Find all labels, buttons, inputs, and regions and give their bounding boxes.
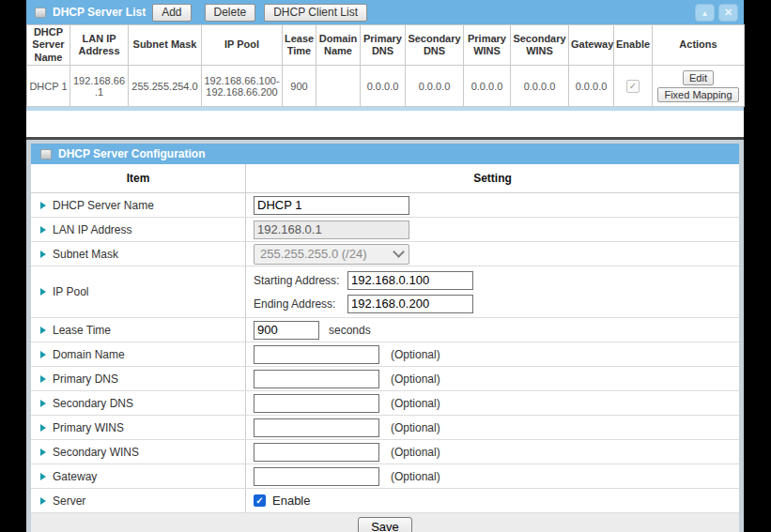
secondary-wins-input[interactable]	[254, 443, 379, 462]
cell-actions: Edit Fixed Mapping	[653, 66, 745, 107]
dhcp-server-name-input[interactable]	[254, 196, 409, 215]
cell-primary-dns: 0.0.0.0	[361, 66, 406, 107]
row-domain-name: Domain Name (Optional)	[31, 342, 739, 367]
col-enable: Enable	[614, 25, 653, 66]
col-primary-wins: Primary WINS	[464, 25, 511, 66]
primary-dns-label: Primary DNS	[53, 372, 118, 386]
gateway-input[interactable]	[254, 467, 379, 486]
dhcp-server-table: DHCP Server Name LAN IP Address Subnet M…	[26, 24, 745, 107]
starting-address-input[interactable]	[347, 271, 473, 290]
dhcp-server-list-panel: DHCP Server List Add Delete DHCP Client …	[26, 0, 744, 111]
bullet-arrow-icon	[40, 400, 46, 407]
cell-server-name: DHCP 1	[27, 66, 70, 107]
table-header-row: DHCP Server Name LAN IP Address Subnet M…	[27, 25, 745, 66]
bullet-arrow-icon	[40, 448, 46, 456]
bullet-arrow-icon	[40, 351, 46, 358]
bullet-arrow-icon	[40, 327, 46, 334]
bullet-arrow-icon	[40, 288, 46, 296]
row-secondary-wins: Secondary WINS (Optional)	[31, 440, 739, 464]
enable-checkbox-disabled: ✓	[626, 80, 640, 93]
row-ip-pool: IP Pool Starting Address: Ending Address…	[31, 266, 739, 318]
primary-dns-input[interactable]	[254, 370, 379, 388]
collapse-icon[interactable]: ▴	[695, 4, 715, 22]
cell-lan-ip: 192.168.66.1	[70, 66, 129, 107]
cell-subnet-mask: 255.255.254.0	[129, 66, 202, 107]
optional-note: (Optional)	[391, 348, 440, 361]
panel-gap	[26, 111, 744, 137]
page-content: DHCP Server List Add Delete DHCP Client …	[26, 0, 744, 532]
bullet-arrow-icon	[40, 473, 46, 480]
chevron-down-icon	[393, 246, 405, 258]
server-label: Server	[53, 494, 85, 508]
col-secondary-wins: Secondary WINS	[511, 25, 569, 66]
panel-icon	[35, 8, 46, 18]
panel-icon	[40, 149, 52, 160]
config-header-row: Item Setting	[31, 164, 739, 193]
col-gateway: Gateway	[569, 25, 614, 66]
bullet-arrow-icon	[40, 202, 46, 209]
close-icon[interactable]: ✕	[718, 4, 738, 22]
dhcp-client-list-button[interactable]: DHCP Client List	[264, 4, 367, 22]
lease-time-label: Lease Time	[53, 324, 111, 337]
delete-button[interactable]: Delete	[205, 4, 256, 22]
domain-name-input[interactable]	[254, 345, 379, 364]
optional-note: (Optional)	[391, 446, 440, 459]
window-controls: ▴ ✕	[695, 4, 738, 22]
setting-column-header: Setting	[246, 164, 739, 192]
col-lan-ip: LAN IP Address	[70, 25, 129, 66]
row-dhcp-server-name: DHCP Server Name	[31, 193, 739, 218]
gateway-label: Gateway	[53, 470, 97, 483]
col-actions: Actions	[653, 25, 745, 66]
domain-name-label: Domain Name	[53, 348, 125, 361]
fixed-mapping-button[interactable]: Fixed Mapping	[657, 87, 738, 102]
table-row: DHCP 1 192.168.66.1 255.255.254.0 192.16…	[27, 66, 745, 107]
subnet-mask-value: 255.255.255.0 (/24)	[260, 247, 366, 261]
row-primary-wins: Primary WINS (Optional)	[31, 416, 739, 440]
col-lease-time: Lease Time	[283, 25, 316, 66]
add-button[interactable]: Add	[152, 4, 191, 22]
ip-pool-label: IP Pool	[53, 285, 88, 298]
subnet-mask-label: Subnet Mask	[53, 248, 118, 261]
dhcp-config-panel: DHCP Server Configuration Item Setting D…	[26, 137, 744, 532]
bullet-arrow-icon	[40, 226, 46, 234]
cell-lease-time: 900	[283, 66, 316, 107]
col-secondary-dns: Secondary DNS	[406, 25, 464, 66]
optional-note: (Optional)	[391, 421, 440, 434]
cell-gateway: 0.0.0.0	[569, 66, 614, 107]
optional-note: (Optional)	[391, 397, 440, 410]
optional-note: (Optional)	[391, 470, 440, 483]
bullet-arrow-icon	[40, 424, 46, 432]
lease-time-input[interactable]	[254, 321, 319, 340]
server-enable-checkbox[interactable]: ✓	[254, 494, 266, 507]
bullet-arrow-icon	[40, 251, 46, 258]
row-gateway: Gateway (Optional)	[31, 464, 739, 489]
optional-note: (Optional)	[391, 372, 440, 386]
item-column-header: Item	[31, 164, 246, 192]
dhcp-server-name-label: DHCP Server Name	[53, 199, 154, 212]
cell-secondary-dns: 0.0.0.0	[406, 66, 464, 107]
bullet-arrow-icon	[40, 497, 46, 505]
ending-address-label: Ending Address:	[254, 297, 347, 311]
config-panel-header: DHCP Server Configuration	[31, 144, 739, 164]
bullet-arrow-icon	[40, 375, 46, 383]
col-primary-dns: Primary DNS	[361, 25, 406, 66]
lan-ip-address-input	[254, 220, 409, 239]
row-secondary-dns: Secondary DNS (Optional)	[31, 391, 739, 416]
secondary-dns-input[interactable]	[254, 394, 379, 413]
server-enable-label: Enable	[272, 494, 310, 508]
ending-address-input[interactable]	[347, 295, 473, 313]
save-button[interactable]: Save	[358, 517, 412, 532]
col-dhcp-server-name: DHCP Server Name	[27, 25, 70, 66]
row-primary-dns: Primary DNS (Optional)	[31, 367, 739, 391]
config-footer: Save	[31, 513, 739, 532]
row-lease-time: Lease Time seconds	[31, 318, 739, 342]
lease-time-units: seconds	[329, 324, 371, 337]
close-glyph: ✕	[724, 7, 732, 18]
cell-enable: ✓	[614, 66, 653, 107]
secondary-dns-label: Secondary DNS	[53, 397, 133, 410]
config-frame: DHCP Server Configuration Item Setting D…	[26, 140, 744, 532]
edit-button[interactable]: Edit	[683, 70, 714, 85]
cell-ip-pool: 192.168.66.100- 192.168.66.200	[202, 66, 283, 107]
primary-wins-input[interactable]	[254, 418, 379, 437]
list-panel-title: DHCP Server List	[53, 6, 146, 19]
